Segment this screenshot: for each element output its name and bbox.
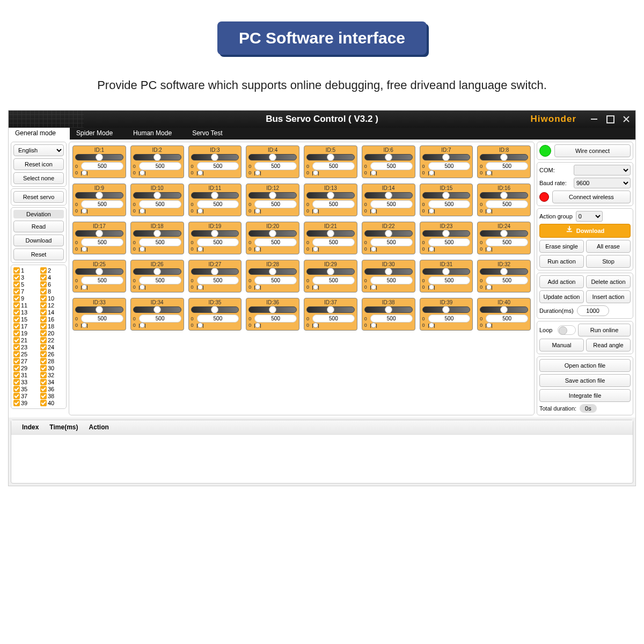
select-none-button[interactable]: Select none <box>13 172 64 184</box>
servo-value-input[interactable]: 500 <box>81 276 123 284</box>
servo-checkbox-3[interactable]: 3 <box>13 274 37 281</box>
servo-value-input[interactable]: 500 <box>486 200 528 208</box>
save-action-file-button[interactable]: Save action file <box>539 374 631 387</box>
servo-tile-16[interactable]: ID:1605000 <box>477 184 531 216</box>
servo-slider[interactable] <box>191 230 239 237</box>
servo-slider[interactable] <box>75 192 123 199</box>
servo-value-input[interactable]: 500 <box>197 276 239 284</box>
servo-offset-slider[interactable] <box>139 286 145 290</box>
servo-offset-slider[interactable] <box>139 171 145 175</box>
servo-slider[interactable] <box>75 230 123 237</box>
servo-checkbox-37[interactable]: 37 <box>13 393 37 399</box>
loop-toggle[interactable] <box>558 325 576 335</box>
servo-value-input[interactable]: 500 <box>486 238 528 246</box>
servo-value-input[interactable]: 500 <box>370 314 413 323</box>
servo-value-input[interactable]: 500 <box>197 162 239 170</box>
servo-checkbox-34[interactable]: 34 <box>40 379 64 385</box>
servo-checkbox-33[interactable]: 33 <box>13 379 37 385</box>
manual-button[interactable]: Manual <box>539 339 584 352</box>
servo-value-input[interactable]: 500 <box>139 314 181 323</box>
servo-value-input[interactable]: 500 <box>197 238 239 246</box>
servo-checkbox-22[interactable]: 22 <box>40 337 64 343</box>
servo-offset-slider[interactable] <box>486 286 492 290</box>
update-action-button[interactable]: Update action <box>539 290 584 303</box>
servo-tile-17[interactable]: ID:1705000 <box>72 222 126 254</box>
servo-checkbox-30[interactable]: 30 <box>40 365 64 371</box>
download-button[interactable]: Download <box>539 224 631 238</box>
servo-checkbox-26[interactable]: 26 <box>40 351 64 357</box>
servo-slider[interactable] <box>364 154 413 160</box>
servo-tile-20[interactable]: ID:2005000 <box>246 222 299 254</box>
servo-tile-29[interactable]: ID:2905000 <box>304 260 357 292</box>
servo-value-input[interactable]: 500 <box>81 162 123 170</box>
servo-offset-slider[interactable] <box>81 171 87 175</box>
servo-slider[interactable] <box>248 154 297 160</box>
servo-checkbox-21[interactable]: 21 <box>13 337 37 343</box>
servo-tile-5[interactable]: ID:505000 <box>304 145 357 178</box>
servo-tile-25[interactable]: ID:2505000 <box>72 260 126 292</box>
servo-tile-3[interactable]: ID:305000 <box>188 145 242 178</box>
servo-value-input[interactable]: 500 <box>197 200 239 208</box>
servo-tile-9[interactable]: ID:905000 <box>72 184 126 216</box>
servo-value-input[interactable]: 500 <box>428 162 471 170</box>
servo-offset-slider[interactable] <box>370 286 377 290</box>
servo-value-input[interactable]: 500 <box>254 200 297 208</box>
servo-tile-11[interactable]: ID:1105000 <box>188 184 242 216</box>
servo-offset-slider[interactable] <box>428 324 435 328</box>
servo-tile-35[interactable]: ID:3505000 <box>188 298 242 331</box>
servo-offset-slider[interactable] <box>312 171 319 175</box>
servo-slider[interactable] <box>248 230 297 237</box>
servo-offset-slider[interactable] <box>81 247 87 252</box>
servo-value-input[interactable]: 500 <box>197 314 239 323</box>
servo-checkbox-15[interactable]: 15 <box>13 316 37 323</box>
servo-offset-slider[interactable] <box>254 209 261 214</box>
servo-value-input[interactable]: 500 <box>139 200 181 208</box>
run-action-button[interactable]: Run action <box>539 255 584 268</box>
servo-checkbox-12[interactable]: 12 <box>40 302 64 309</box>
servo-checkbox-39[interactable]: 39 <box>13 400 37 406</box>
servo-offset-slider[interactable] <box>312 209 319 214</box>
servo-offset-slider[interactable] <box>81 209 87 214</box>
servo-tile-31[interactable]: ID:3105000 <box>420 260 473 292</box>
servo-checkbox-24[interactable]: 24 <box>40 344 64 350</box>
servo-value-input[interactable]: 500 <box>81 238 123 246</box>
servo-slider[interactable] <box>306 154 355 160</box>
servo-checkbox-18[interactable]: 18 <box>40 323 64 330</box>
servo-tile-12[interactable]: ID:1205000 <box>246 184 299 216</box>
servo-offset-slider[interactable] <box>81 324 87 328</box>
servo-tile-10[interactable]: ID:1005000 <box>130 184 184 216</box>
servo-slider[interactable] <box>248 192 297 199</box>
servo-offset-slider[interactable] <box>370 171 377 175</box>
deviation-download-button[interactable]: Download <box>13 235 64 246</box>
servo-tile-32[interactable]: ID:3205000 <box>477 260 531 292</box>
wire-connect-button[interactable]: Wire connect <box>554 144 631 157</box>
servo-offset-slider[interactable] <box>197 286 203 290</box>
servo-slider[interactable] <box>422 230 471 237</box>
servo-value-input[interactable]: 500 <box>81 200 123 208</box>
servo-offset-slider[interactable] <box>81 286 87 290</box>
servo-tile-7[interactable]: ID:705000 <box>420 145 473 178</box>
servo-slider[interactable] <box>75 268 123 275</box>
servo-slider[interactable] <box>133 268 181 275</box>
reset-servo-button[interactable]: Reset servo <box>13 191 64 203</box>
servo-checkbox-5[interactable]: 5 <box>13 281 37 288</box>
servo-value-input[interactable]: 500 <box>312 314 355 323</box>
servo-slider[interactable] <box>364 230 413 237</box>
servo-offset-slider[interactable] <box>254 247 261 252</box>
servo-tile-39[interactable]: ID:3905000 <box>420 298 473 331</box>
servo-checkbox-32[interactable]: 32 <box>40 372 64 378</box>
open-action-file-button[interactable]: Open action file <box>539 359 631 372</box>
servo-checkbox-8[interactable]: 8 <box>40 288 64 295</box>
servo-slider[interactable] <box>191 268 239 275</box>
servo-value-input[interactable]: 500 <box>254 276 297 284</box>
servo-offset-slider[interactable] <box>254 171 261 175</box>
servo-checkbox-2[interactable]: 2 <box>40 267 64 274</box>
servo-value-input[interactable]: 500 <box>139 276 181 284</box>
servo-offset-slider[interactable] <box>370 209 377 214</box>
servo-tile-40[interactable]: ID:4005000 <box>477 298 531 331</box>
servo-offset-slider[interactable] <box>197 209 203 214</box>
servo-slider[interactable] <box>133 154 181 160</box>
close-icon[interactable] <box>621 114 631 124</box>
servo-slider[interactable] <box>306 306 355 313</box>
servo-tile-4[interactable]: ID:405000 <box>246 145 299 178</box>
